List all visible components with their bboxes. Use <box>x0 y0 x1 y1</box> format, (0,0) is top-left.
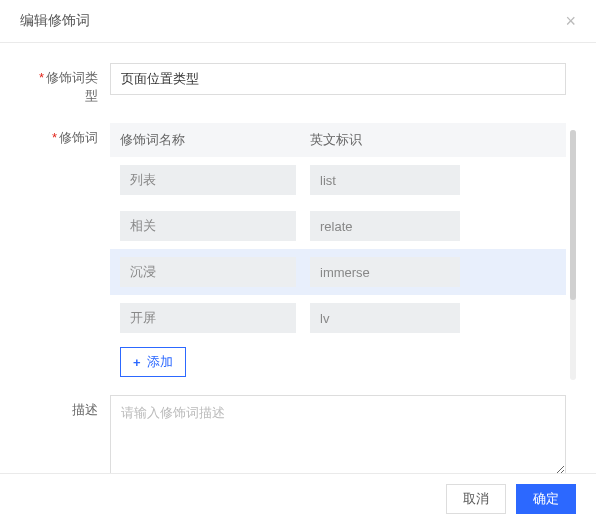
dialog-title: 编辑修饰词 <box>20 12 90 30</box>
modifier-en-input[interactable] <box>310 165 460 195</box>
modifier-name-input[interactable] <box>120 303 296 333</box>
description-textarea[interactable] <box>110 395 566 473</box>
list-header: 修饰词名称 英文标识 <box>110 123 566 157</box>
list-item <box>110 157 566 203</box>
modifier-name-input[interactable] <box>120 165 296 195</box>
close-icon[interactable]: × <box>565 12 576 30</box>
add-button-label: 添加 <box>147 353 173 371</box>
modifier-name-input[interactable] <box>120 257 296 287</box>
list-item <box>110 249 566 295</box>
row-modifier-type: *修饰词类型 <box>30 63 566 105</box>
scrollbar[interactable] <box>570 130 576 380</box>
scrollbar-thumb[interactable] <box>570 130 576 300</box>
modifier-en-input[interactable] <box>310 257 460 287</box>
row-modifier-list: *修饰词 修饰词名称 英文标识 + 添加 <box>30 123 566 377</box>
modifier-name-input[interactable] <box>120 211 296 241</box>
row-description: 描述 <box>30 395 566 473</box>
col-header-en: 英文标识 <box>310 131 556 149</box>
modifier-en-input[interactable] <box>310 303 460 333</box>
add-button[interactable]: + 添加 <box>120 347 186 377</box>
dialog-body: *修饰词类型 *修饰词 修饰词名称 英文标识 + 添加 <box>0 43 596 473</box>
modifier-en-input[interactable] <box>310 211 460 241</box>
confirm-button[interactable]: 确定 <box>516 484 576 514</box>
dialog-footer: 取消 确定 <box>0 473 596 524</box>
plus-icon: + <box>133 355 141 370</box>
label-modifier-type: *修饰词类型 <box>30 63 110 105</box>
edit-modifier-dialog: 编辑修饰词 × *修饰词类型 *修饰词 修饰词名称 英文标识 + <box>0 0 596 524</box>
cancel-button[interactable]: 取消 <box>446 484 506 514</box>
dialog-header: 编辑修饰词 × <box>0 0 596 43</box>
list-item <box>110 203 566 249</box>
col-header-name: 修饰词名称 <box>120 131 310 149</box>
label-description: 描述 <box>30 395 110 473</box>
list-item <box>110 295 566 341</box>
modifier-type-input[interactable] <box>110 63 566 95</box>
label-modifier: *修饰词 <box>30 123 110 377</box>
list-body <box>110 157 566 341</box>
